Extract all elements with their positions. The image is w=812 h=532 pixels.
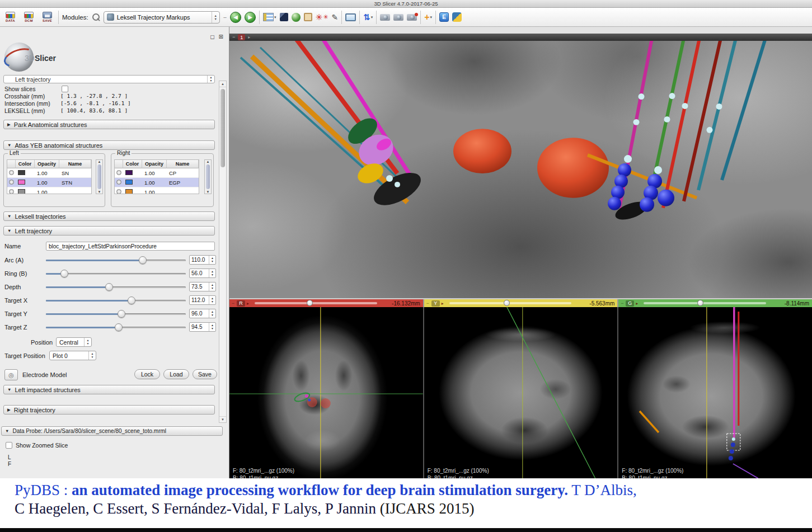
ring-spinbox[interactable]: 56.0 ▲▼ [189, 269, 216, 278]
red-slice-bar[interactable]: − R ▸ -16.132mm [229, 299, 423, 307]
save-model-button[interactable]: Save [193, 369, 217, 379]
view3d-titlebar[interactable]: − 1 ▸ [229, 34, 812, 41]
slider-knob[interactable] [105, 283, 113, 291]
red-slice-view[interactable]: F: 80_t2mri_...gz (100%) B: 80_t1mri_nu.… [229, 307, 423, 478]
scroll-up-icon[interactable]: ▲ [219, 81, 226, 87]
combo-arrows[interactable]: ▲▼ [88, 351, 96, 360]
combo-arrows[interactable]: ▲▼ [84, 338, 91, 346]
yellow-slice-offset-slider[interactable] [449, 302, 572, 304]
visibility-eye-icon[interactable] [9, 170, 14, 175]
collapse-slice-icon[interactable]: − [618, 300, 626, 306]
color-swatch[interactable] [125, 180, 133, 185]
slice-slider-handle[interactable] [307, 300, 313, 306]
slider-knob[interactable] [115, 323, 123, 331]
green-slice-offset-slider[interactable] [644, 302, 766, 304]
section-right-trajectory[interactable]: ▶ Right trajectory [3, 405, 215, 415]
panel-float-icon[interactable]: ◻ [210, 33, 214, 41]
color-swatch[interactable] [18, 180, 25, 185]
visibility-eye-icon[interactable] [116, 170, 121, 175]
layout-selector-button[interactable]: ▾ [263, 11, 276, 23]
table-row[interactable]: 1.00 [115, 187, 199, 194]
section-atlas-yeb[interactable]: ▼ Atlas YEB anatomical structures [3, 140, 215, 150]
scroll-down-icon[interactable]: ▼ [206, 190, 210, 194]
show-models-button[interactable] [292, 11, 301, 23]
slider-knob[interactable] [139, 256, 147, 264]
depth-spinbox[interactable]: 73.5 ▲▼ [189, 282, 216, 291]
ring-slider[interactable] [46, 269, 186, 278]
section-left-impacted[interactable]: ▼ Left impacted structures [3, 385, 215, 394]
lock-button[interactable]: Lock [134, 369, 160, 379]
collapse-slice-icon[interactable]: − [229, 300, 237, 306]
load-data-button[interactable]: DATA [3, 12, 18, 22]
trajectory-name-input[interactable] [46, 242, 215, 251]
depth-slider[interactable] [46, 283, 186, 291]
show-zoomed-checkbox[interactable] [6, 442, 12, 449]
color-swatch[interactable] [125, 189, 133, 194]
extensions-manager-button[interactable]: E [439, 11, 449, 23]
table-row[interactable]: 1.00 EGP [115, 178, 199, 187]
table-row[interactable]: 1.00 CP [115, 168, 199, 178]
show-slices-checkbox[interactable] [62, 86, 68, 92]
capture-record-button[interactable] [407, 11, 417, 23]
target-y-slider[interactable] [46, 309, 186, 318]
arc-slider[interactable] [46, 256, 186, 265]
python-console-button[interactable] [452, 11, 462, 23]
crosshair-tool-button[interactable]: +▾ [424, 11, 432, 23]
target-x-slider[interactable] [46, 296, 186, 305]
module-history-icon[interactable]: − [223, 14, 227, 21]
collapse-slice-icon[interactable]: − [424, 300, 431, 306]
screenshot-button[interactable] [345, 11, 356, 23]
atlas-left-table[interactable]: Color Opacity Name 1.00 SN 1.00 [7, 159, 92, 194]
panel-close-icon[interactable]: ⊠ [219, 33, 223, 41]
scroll-down-icon[interactable]: ▼ [219, 416, 226, 422]
scroll-thumb[interactable] [97, 164, 101, 189]
forward-button[interactable]: ▶ [245, 12, 256, 23]
show-3d-view-button[interactable] [280, 11, 288, 23]
place-fiducial-button[interactable]: ✳✳ [316, 11, 328, 23]
section-left-trajectory[interactable]: ▼ Left trajectory [3, 226, 215, 236]
scroll-up-icon[interactable]: ▲ [98, 160, 101, 163]
volume-rendering-button[interactable] [304, 11, 312, 23]
target-x-spinbox[interactable]: 112.0 ▲▼ [189, 295, 216, 305]
load-button[interactable]: Load [163, 369, 189, 379]
table-scrollbar[interactable]: ▲ ▼ [96, 159, 103, 194]
scroll-thumb[interactable] [206, 164, 210, 189]
annotation-pencil-button[interactable]: ✎ [331, 11, 338, 23]
combo-arrows[interactable]: ▲▼ [207, 76, 214, 83]
view-3d[interactable] [229, 41, 812, 298]
table-row[interactable]: 1.00 [7, 187, 91, 194]
slider-knob[interactable] [60, 270, 68, 277]
slice-pin-icon[interactable]: ▸ [636, 301, 638, 306]
module-selector-arrows[interactable]: ▲▼ [212, 12, 219, 23]
target-y-spinbox[interactable]: 96.0 ▲▼ [189, 309, 216, 318]
table-row[interactable]: 1.00 STN [7, 178, 91, 187]
module-search-icon[interactable] [92, 13, 100, 21]
visibility-eye-icon[interactable] [116, 180, 121, 185]
panel-scrollbar[interactable]: ▲ ▼ [219, 81, 227, 423]
view3d-pin-icon[interactable]: ▸ [248, 35, 250, 40]
section-leksell-trajectories[interactable]: ▼ Leksell trajectories [3, 211, 215, 221]
spin-arrows[interactable]: ▲▼ [209, 256, 215, 264]
scroll-thumb[interactable] [220, 89, 225, 167]
slider-knob[interactable] [118, 310, 125, 318]
capture-view-button[interactable] [380, 11, 390, 23]
trajectory-selector-combo[interactable]: Left trajectory ▲▼ [3, 75, 215, 83]
slice-slider-handle[interactable] [504, 300, 510, 306]
arc-spinbox[interactable]: 110.0 ▲▼ [189, 255, 216, 265]
spin-arrows[interactable]: ▲▼ [209, 269, 215, 277]
visibility-eye-icon[interactable] [9, 180, 14, 185]
spin-arrows[interactable]: ▲▼ [209, 323, 215, 331]
red-slice-offset-slider[interactable] [255, 302, 377, 304]
collapse-view-icon[interactable]: − [232, 34, 235, 41]
visibility-eye-icon[interactable] [116, 189, 121, 194]
spin-arrows[interactable]: ▲▼ [209, 296, 215, 304]
slice-pin-icon[interactable]: ▸ [442, 301, 444, 306]
spin-arrows[interactable]: ▲▼ [209, 309, 215, 318]
slice-offset-tool-button[interactable]: ⇅▾ [363, 11, 373, 23]
scroll-up-icon[interactable]: ▲ [206, 160, 210, 163]
target-z-slider[interactable] [46, 323, 186, 332]
yellow-slice-bar[interactable]: − Y ▸ -5.563mm [424, 299, 618, 307]
table-row[interactable]: 1.00 SN [7, 168, 91, 178]
section-park-anatomical[interactable]: ▶ Park Anatomical structures [3, 120, 215, 129]
dicom-button[interactable]: DCM [21, 12, 36, 22]
